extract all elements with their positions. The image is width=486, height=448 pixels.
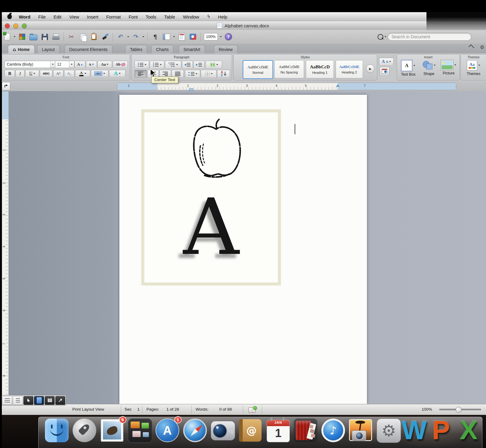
- menu-table[interactable]: Table: [160, 14, 179, 19]
- text-effects-button[interactable]: A: [109, 70, 125, 77]
- open-button[interactable]: [29, 32, 38, 41]
- menu-edit[interactable]: Edit: [50, 14, 65, 19]
- dock-address-book-icon[interactable]: @: [238, 419, 262, 442]
- cut-icon[interactable]: ✂: [67, 32, 76, 41]
- superscript-button[interactable]: A²: [53, 70, 63, 77]
- tab-charts[interactable]: Charts: [151, 45, 173, 53]
- bullets-button[interactable]: [135, 61, 149, 69]
- menu-view[interactable]: View: [65, 14, 83, 19]
- increase-indent-button[interactable]: [193, 61, 204, 69]
- zoom-slider-knob[interactable]: [456, 407, 462, 413]
- pages-label[interactable]: Pages:: [146, 407, 159, 412]
- menu-window[interactable]: Window: [179, 14, 203, 19]
- dock-powerpoint-icon[interactable]: P: [429, 419, 453, 442]
- tab-stop-selector-button[interactable]: [2, 82, 10, 91]
- grow-font-button[interactable]: A: [74, 61, 85, 68]
- text-styles-button[interactable]: AA: [379, 58, 394, 66]
- ribbon-settings-gear-icon[interactable]: ⚙: [480, 44, 484, 50]
- tab-review[interactable]: Review: [214, 45, 238, 53]
- borders-button[interactable]: [201, 70, 217, 78]
- themes-button[interactable]: Aa Themes: [464, 60, 483, 76]
- pages-value[interactable]: 1 of 28: [166, 407, 179, 412]
- search-icon[interactable]: [378, 34, 383, 40]
- zoom-dropdown[interactable]: [220, 36, 222, 37]
- tab-home[interactable]: ⌂ Home: [8, 45, 35, 53]
- menu-insert[interactable]: Insert: [83, 14, 102, 19]
- right-indent-marker[interactable]: [336, 84, 340, 87]
- spelling-grammar-icon[interactable]: [248, 407, 256, 413]
- style-normal[interactable]: AaBbCcDdE Normal: [243, 60, 273, 79]
- decrease-indent-button[interactable]: [182, 61, 193, 69]
- change-case-button[interactable]: Aa: [98, 61, 112, 68]
- dock-mail-icon[interactable]: 6: [100, 419, 124, 442]
- style-heading-1[interactable]: AaBbCcD Heading 1: [306, 60, 334, 78]
- menu-help[interactable]: Help: [214, 14, 231, 19]
- insert-picture-button[interactable]: Picture: [440, 60, 458, 75]
- underline-button[interactable]: U: [25, 70, 39, 77]
- dock-system-preferences-icon[interactable]: ⚙: [377, 419, 400, 442]
- search-input[interactable]: [388, 33, 471, 41]
- strikethrough-button[interactable]: ABC: [40, 70, 53, 77]
- focus-view-button[interactable]: [55, 396, 65, 405]
- document-page[interactable]: A: [119, 95, 367, 404]
- script-menu-icon[interactable]: ϟ: [203, 14, 214, 19]
- notebook-layout-view-button[interactable]: [45, 396, 55, 405]
- new-document-button[interactable]: [2, 32, 12, 41]
- apple-menu-icon[interactable]: [7, 14, 12, 19]
- menu-font[interactable]: Font: [125, 14, 142, 19]
- clear-formatting-button[interactable]: Ab: [113, 61, 128, 68]
- sort-button[interactable]: A Z: [217, 70, 230, 78]
- zoom-slider[interactable]: [439, 409, 481, 410]
- view-mode-label[interactable]: Print Layout View: [72, 407, 104, 412]
- multilevel-list-button[interactable]: [165, 61, 181, 69]
- collapse-ribbon-chevron-icon[interactable]: [468, 44, 474, 50]
- sidebar-button[interactable]: [162, 32, 171, 41]
- shrink-font-button[interactable]: A: [86, 61, 97, 68]
- dock-excel-icon[interactable]: X: [457, 419, 481, 442]
- copy-icon[interactable]: [78, 32, 87, 41]
- show-formatting-marks-icon[interactable]: ¶: [151, 32, 160, 41]
- dock-word-icon[interactable]: W: [402, 419, 425, 442]
- numbering-button[interactable]: [150, 61, 164, 69]
- print-layout-view-button[interactable]: [34, 396, 44, 405]
- italic-button[interactable]: I: [15, 70, 25, 77]
- words-value[interactable]: 0 of 88: [219, 407, 232, 412]
- font-size-combo[interactable]: 12: [55, 61, 74, 68]
- zoom-combo[interactable]: 100%: [204, 33, 218, 40]
- dock-launchpad-icon[interactable]: [73, 419, 96, 442]
- outline-view-button[interactable]: [13, 396, 23, 405]
- help-button[interactable]: ?: [224, 32, 233, 41]
- align-left-button[interactable]: [135, 70, 147, 78]
- menu-format[interactable]: Format: [102, 14, 125, 19]
- tab-smartart[interactable]: SmartArt: [179, 45, 205, 53]
- dock-facetime-icon[interactable]: [211, 419, 234, 442]
- dock-ical-icon[interactable]: JAN 1: [266, 419, 290, 442]
- columns-button[interactable]: [206, 61, 222, 69]
- toolbox-button[interactable]: [177, 32, 186, 41]
- style-heading-2[interactable]: AaBbCcDdE Heading 2: [336, 60, 363, 78]
- font-color-button[interactable]: A: [75, 70, 90, 77]
- dock-safari-icon[interactable]: [183, 419, 207, 442]
- paste-icon[interactable]: [89, 32, 98, 41]
- bold-button[interactable]: B: [5, 70, 15, 77]
- insert-shape-button[interactable]: Shape: [420, 60, 438, 76]
- undo-icon[interactable]: ↶: [116, 32, 125, 41]
- dock-iphoto-icon[interactable]: [349, 419, 373, 442]
- save-button[interactable]: [40, 32, 49, 41]
- dock-photo-booth-icon[interactable]: [294, 419, 317, 442]
- redo-dropdown[interactable]: [142, 36, 144, 37]
- styles-pane-button[interactable]: [380, 67, 389, 75]
- menu-word[interactable]: Word: [15, 14, 34, 19]
- menu-file[interactable]: File: [34, 14, 50, 19]
- tab-tables[interactable]: Tables: [125, 45, 147, 53]
- line-spacing-button[interactable]: [185, 70, 200, 78]
- format-painter-icon[interactable]: [101, 32, 110, 41]
- insert-text-box-button[interactable]: A Text Box: [399, 60, 418, 77]
- new-document-dropdown[interactable]: [14, 36, 15, 37]
- dock-itunes-icon[interactable]: ♪: [321, 419, 345, 442]
- words-label[interactable]: Words:: [196, 407, 209, 412]
- search-scope-dropdown[interactable]: [385, 36, 386, 37]
- gallery-button[interactable]: [18, 32, 27, 41]
- sidebar-dropdown[interactable]: [173, 36, 175, 37]
- publishing-layout-view-button[interactable]: [23, 396, 33, 405]
